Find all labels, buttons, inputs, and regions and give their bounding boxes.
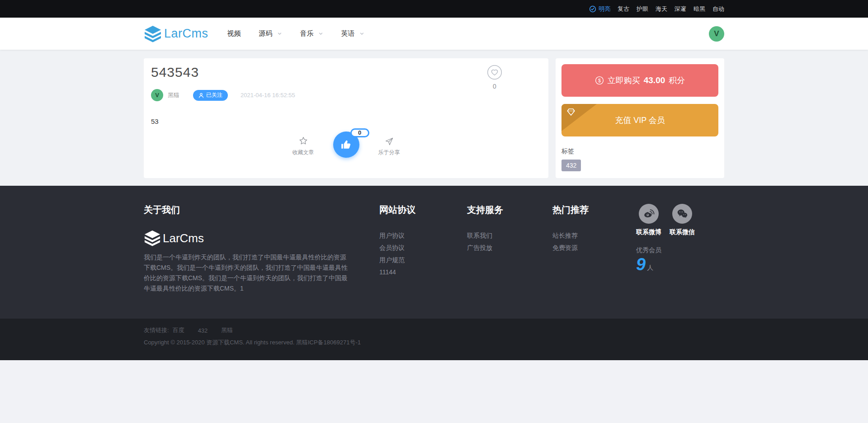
friend-link-baidu[interactable]: 百度: [173, 326, 184, 334]
nav-label: 源码: [259, 29, 273, 38]
nav-item-video[interactable]: 视频: [227, 29, 241, 38]
footer-description: 我们是一个牛逼到炸天的团队，我们打造了中国最牛逼最具性价比的资源下载CMS。我们…: [144, 252, 348, 294]
vip-recharge-button[interactable]: 充值 VIP 会员: [561, 104, 718, 136]
author-name[interactable]: 黑猫: [168, 91, 179, 99]
theme-item-eyecare[interactable]: 护眼: [637, 5, 648, 13]
article-date: 2021-04-16 16:52:55: [241, 92, 295, 99]
author-row: V 黑猫 已关注 2021-04-16 16:52:55: [151, 89, 541, 101]
share-label: 乐于分享: [378, 149, 400, 156]
wechat-icon: [676, 208, 688, 220]
paper-plane-icon: [385, 137, 394, 146]
wechat-contact[interactable]: 联系微信: [670, 204, 695, 236]
theme-item-retro[interactable]: 复古: [618, 5, 629, 13]
friend-link-432[interactable]: 432: [198, 327, 208, 334]
main-area: 543543 0 V 黑猫 已关注 2021-04-16: [0, 50, 868, 186]
site-footer: 关于我们 LarCms 我们是一个牛逼到炸天的团队，我们打造了中国最牛逼最具性价…: [0, 186, 868, 319]
footer-link-11144[interactable]: 11144: [379, 266, 430, 278]
tags-title: 标签: [561, 147, 718, 155]
nav-label: 英语: [341, 29, 355, 38]
copyright-text: Copyright © 2015-2020 资源下载CMS. All right…: [144, 338, 724, 347]
nav-item-english[interactable]: 英语: [341, 29, 364, 38]
chevron-down-icon: [359, 31, 364, 36]
vip-label: 充值 VIP 会员: [615, 115, 665, 126]
footer-column-title: 支持服务: [467, 204, 518, 216]
footer-logo-text: LarCms: [163, 231, 204, 245]
footer-link-webmaster-picks[interactable]: 站长推荐: [552, 230, 603, 242]
logo-text: LarCms: [164, 27, 208, 41]
share-button[interactable]: 乐于分享: [375, 137, 404, 158]
footer-link-user-agreement[interactable]: 用户协议: [379, 230, 430, 242]
theme-label: 明亮: [599, 5, 610, 13]
footer-column-support: 支持服务 联系我们 广告投放: [467, 204, 518, 294]
friend-links-label: 友情链接:: [144, 326, 169, 334]
bottom-bar: 友情链接: 百度 432 黑猫 Copyright © 2015-2020 资源…: [0, 319, 868, 360]
footer-column-recommend: 热门推荐 站长推荐 免费资源: [552, 204, 603, 294]
author-avatar[interactable]: V: [151, 89, 163, 101]
chevron-down-icon: [318, 31, 323, 36]
members-unit: 人: [647, 264, 653, 272]
theme-item-ocean[interactable]: 海天: [656, 5, 667, 13]
heart-count: 0: [486, 83, 503, 90]
theme-item-auto[interactable]: 自动: [712, 5, 724, 13]
tag-chip[interactable]: 432: [561, 160, 581, 171]
footer-column-title: 网站协议: [379, 204, 430, 216]
theme-bar: 明亮 复古 护眼 海天 深邃 暗黑 自动: [0, 0, 868, 18]
footer-about: 关于我们 LarCms 我们是一个牛逼到炸天的团队，我们打造了中国最牛逼最具性价…: [144, 204, 352, 294]
theme-item-dark[interactable]: 暗黑: [693, 5, 705, 13]
buy-label: 立即购买: [608, 75, 640, 86]
members-label: 优秀会员: [636, 246, 695, 254]
chevron-down-icon: [277, 31, 282, 36]
weibo-icon: [643, 208, 655, 220]
footer-column-agreements: 网站协议 用户协议 会员协议 用户规范 11144: [379, 204, 430, 294]
nav-item-music[interactable]: 音乐: [300, 29, 323, 38]
favorite-button[interactable]: 收藏文章: [289, 136, 318, 158]
thumb-up-icon: [340, 139, 352, 150]
footer-link-free-resources[interactable]: 免费资源: [552, 242, 603, 254]
nav-label: 音乐: [300, 29, 314, 38]
article-content: 53: [151, 118, 541, 125]
footer-link-advertising[interactable]: 广告投放: [467, 242, 518, 254]
footer-link-user-rules[interactable]: 用户规范: [379, 254, 430, 266]
buy-now-button[interactable]: $ 立即购买 43.00 积分: [561, 64, 718, 97]
person-icon: [198, 93, 204, 98]
footer-link-contact-us[interactable]: 联系我们: [467, 230, 518, 242]
footer-social: 联系微博: [636, 204, 695, 294]
article-title: 543543: [151, 65, 541, 80]
gem-icon: [566, 108, 576, 116]
theme-item-bright[interactable]: 明亮: [589, 5, 610, 13]
follow-badge-label: 已关注: [206, 91, 222, 99]
excellent-members: 优秀会员 9 人: [636, 246, 695, 272]
follow-badge[interactable]: 已关注: [193, 90, 228, 101]
friend-link-heimao[interactable]: 黑猫: [221, 326, 233, 334]
main-nav: 视频 源码 音乐 英语: [227, 29, 364, 38]
footer-about-title: 关于我们: [144, 204, 352, 216]
star-icon: [298, 136, 308, 146]
weibo-contact[interactable]: 联系微博: [636, 204, 661, 236]
heart-circle-icon: [487, 65, 502, 80]
logo-stack-icon: [144, 230, 161, 247]
friend-links-row: 友情链接: 百度 432 黑猫: [144, 326, 724, 334]
svg-text:$: $: [598, 78, 601, 83]
dollar-circle-icon: $: [595, 76, 604, 85]
footer-column-title: 热门推荐: [552, 204, 603, 216]
heart-like-widget[interactable]: 0: [486, 65, 503, 90]
sidebar: $ 立即购买 43.00 积分 充值 VIP 会员 标签 432: [556, 58, 724, 178]
theme-item-deep[interactable]: 深邃: [675, 5, 686, 13]
user-avatar[interactable]: V: [709, 26, 724, 42]
buy-points: 43.00: [644, 75, 665, 85]
article-actions: 收藏文章 0 乐于分享: [151, 132, 541, 158]
article-card: 543543 0 V 黑猫 已关注 2021-04-16: [144, 58, 548, 178]
site-logo[interactable]: LarCms: [144, 25, 208, 43]
footer-link-member-agreement[interactable]: 会员协议: [379, 242, 430, 254]
check-circle-icon: [589, 5, 596, 13]
wechat-label: 联系微信: [670, 228, 695, 236]
site-header: LarCms 视频 源码 音乐 英语 V: [0, 18, 868, 50]
like-button[interactable]: 0: [333, 132, 359, 158]
nav-label: 视频: [227, 29, 241, 38]
like-count-badge: 0: [350, 128, 369, 137]
logo-stack-icon: [144, 25, 162, 43]
members-count: 9: [636, 257, 646, 272]
weibo-label: 联系微博: [636, 228, 661, 236]
nav-item-source[interactable]: 源码: [259, 29, 282, 38]
footer-logo: LarCms: [144, 230, 352, 247]
